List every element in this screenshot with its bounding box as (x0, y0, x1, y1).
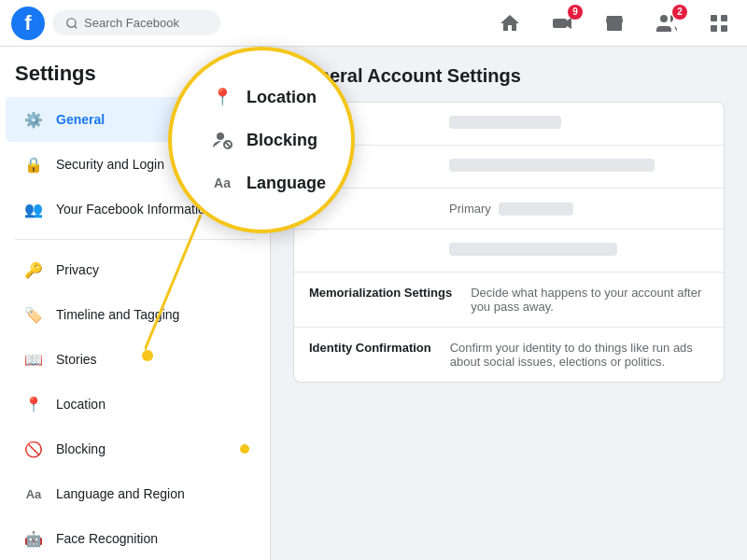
sidebar-item-location[interactable]: 📍 Location (6, 382, 264, 427)
sidebar-item-label: Privacy (56, 262, 99, 277)
primary-value: Primary (449, 202, 709, 216)
popover-container: 📍 Location Blocking Aa Language (168, 47, 355, 233)
sidebar-item-privacy[interactable]: 🔑 Privacy (6, 247, 264, 292)
settings-row-name: Name (294, 103, 724, 146)
video-badge: 9 (568, 5, 583, 20)
timeline-icon: 🏷️ (21, 301, 47, 328)
privacy-icon: 🔑 (21, 257, 47, 283)
home-nav-button[interactable] (493, 7, 527, 40)
sidebar-item-label: Security and Login (56, 157, 164, 172)
svg-rect-6 (721, 25, 727, 32)
popover-blocking-label: Blocking (247, 131, 317, 150)
primary-text: Primary (449, 202, 491, 216)
content-title: General Account Settings (293, 65, 725, 87)
friends-badge: 2 (672, 5, 687, 20)
svg-line-10 (225, 142, 231, 147)
popover-location-label: Location (247, 88, 317, 107)
sidebar-item-stories[interactable]: 📖 Stories (6, 337, 264, 382)
search-bar[interactable]: Search Facebook (52, 10, 220, 35)
svg-point-8 (217, 133, 224, 140)
store-icon (603, 12, 626, 35)
popover-item-location: 📍 Location (209, 84, 317, 110)
home-icon (499, 12, 521, 35)
sidebar-item-label: Language and Region (56, 486, 185, 501)
location-icon: 📍 (21, 391, 47, 417)
facebook-logo[interactable]: f (11, 7, 45, 40)
sidebar-item-label: Blocking (56, 441, 106, 456)
menu-nav-button[interactable] (702, 7, 736, 40)
popover-blocking-icon (209, 127, 235, 153)
memorialization-label: Memorialization Settings (309, 286, 452, 300)
sidebar-item-language-region[interactable]: Aa Language and Region (6, 471, 264, 516)
identity-label: Identity Confirmation (309, 341, 431, 355)
general-icon: ⚙️ (21, 106, 47, 133)
primary-placeholder (499, 203, 573, 216)
friends-nav-button[interactable]: 2 (650, 7, 684, 40)
info-icon: 👥 (21, 196, 47, 222)
main-layout: Settings ⚙️ General 🔒 Security and Login… (0, 47, 747, 560)
settings-row-identity: Identity Confirmation Confirm your ident… (294, 328, 724, 382)
settings-row-email (294, 146, 724, 189)
settings-table: Name Primary (293, 102, 725, 383)
video-nav-button[interactable]: 9 (545, 7, 579, 40)
menu-icon (708, 12, 730, 35)
sidebar-item-label: Stories (56, 352, 97, 367)
sidebar-item-blocking[interactable]: 🚫 Blocking (6, 427, 264, 471)
popover-item-blocking: Blocking (209, 127, 317, 153)
sidebar-item-label: Face Recognition (56, 531, 158, 546)
search-placeholder: Search Facebook (84, 16, 179, 30)
search-icon (65, 17, 78, 30)
sidebar-divider (15, 239, 255, 240)
sidebar-item-timeline-tagging[interactable]: 🏷️ Timeline and Tagging (6, 292, 264, 337)
blocking-icon: 🚫 (21, 436, 47, 462)
email-value (449, 159, 709, 175)
popover-location-icon: 📍 (209, 84, 235, 110)
popover-language-label: Language (247, 174, 326, 193)
memorialization-value: Decide what happens to your account afte… (471, 286, 709, 314)
language-icon: Aa (21, 481, 47, 507)
face-recognition-icon: 🤖 (21, 525, 47, 552)
blocking-dot (240, 444, 249, 454)
popover-language-icon: Aa (209, 170, 235, 196)
svg-point-2 (660, 15, 668, 22)
stories-icon: 📖 (21, 346, 47, 372)
identity-value: Confirm your identity to do things like … (450, 341, 709, 369)
contact-placeholder (449, 243, 617, 256)
nav-icons: 9 2 (493, 7, 736, 40)
settings-row-primary: Primary (294, 189, 724, 230)
settings-row-memorialization: Memorialization Settings Decide what hap… (294, 273, 724, 328)
popover-dot (142, 350, 153, 361)
svg-rect-3 (711, 15, 717, 21)
blocking-svg-icon (211, 129, 233, 151)
email-placeholder (449, 159, 655, 172)
name-value (449, 116, 709, 132)
security-icon: 🔒 (21, 151, 47, 177)
svg-rect-1 (553, 19, 567, 28)
store-nav-button[interactable] (598, 7, 631, 40)
contact-value (449, 243, 709, 259)
sidebar-item-label: General (56, 112, 105, 127)
popover-item-language: Aa Language (209, 170, 326, 196)
sidebar-item-label: Timeline and Tagging (56, 307, 179, 322)
sidebar-item-label: Location (56, 397, 106, 412)
popover-circle: 📍 Location Blocking Aa Language (168, 47, 355, 233)
svg-rect-5 (711, 25, 717, 32)
svg-rect-4 (721, 15, 727, 21)
sidebar-item-face-recognition[interactable]: 🤖 Face Recognition (6, 516, 264, 560)
name-placeholder (449, 116, 561, 129)
svg-point-0 (67, 18, 76, 26)
settings-row-contact (294, 230, 724, 273)
top-nav: f Search Facebook 9 (0, 0, 747, 47)
